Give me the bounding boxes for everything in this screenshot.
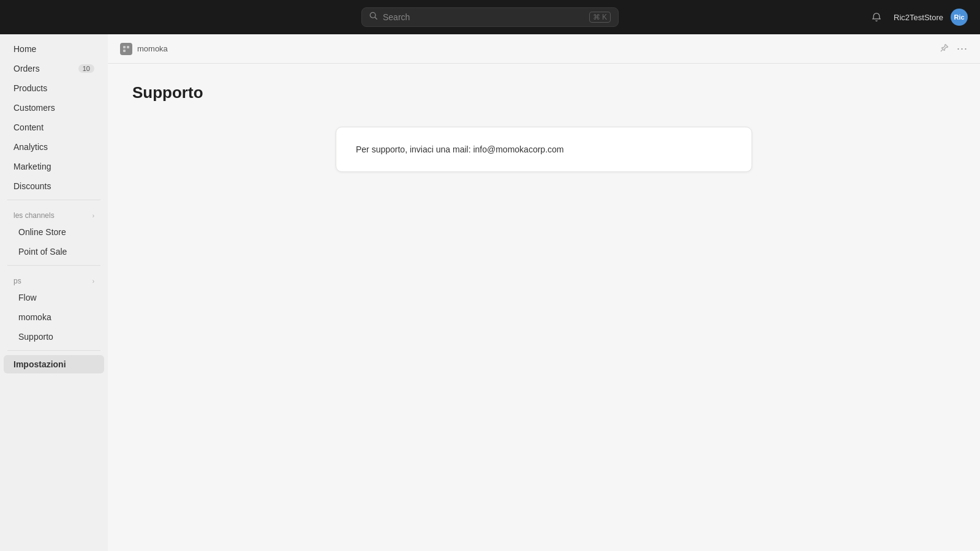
avatar-initials: Ric (954, 13, 964, 21)
sidebar: Home Orders 10 Products Customers Conten… (0, 34, 108, 551)
sidebar-item-label: Discounts (13, 181, 51, 191)
apps-header[interactable]: ps › (4, 272, 104, 288)
support-card: Per supporto, inviaci una mail: info@mom… (336, 127, 752, 172)
sidebar-item-online-store[interactable]: Online Store (4, 223, 104, 241)
sidebar-item-label: Flow (18, 293, 37, 302)
sidebar-item-orders[interactable]: Orders 10 (4, 59, 104, 78)
sidebar-item-content[interactable]: Content (4, 118, 104, 137)
search-input[interactable] (383, 12, 584, 22)
sidebar-item-label: Impostazioni (13, 359, 66, 369)
sidebar-divider-1 (7, 200, 100, 200)
support-card-text: Per supporto, inviaci una mail: info@mom… (356, 144, 732, 154)
sidebar-item-label: momoka (18, 312, 51, 322)
chevron-right-icon: › (92, 278, 94, 285)
orders-badge: 10 (78, 64, 94, 73)
sidebar-item-settings[interactable]: Impostazioni (4, 355, 104, 373)
sidebar-item-label: Customers (13, 103, 55, 113)
header-actions: ··· (940, 42, 968, 55)
search-bar[interactable]: ⌘ K (361, 7, 619, 27)
sidebar-item-momoka[interactable]: momoka (4, 308, 104, 326)
sidebar-item-point-of-sale[interactable]: Point of Sale (4, 242, 104, 261)
sidebar-item-products[interactable]: Products (4, 79, 104, 97)
sidebar-item-analytics[interactable]: Analytics (4, 138, 104, 156)
app-breadcrumb-name: momoka (137, 44, 168, 53)
app-icon (120, 43, 132, 55)
more-options-icon[interactable]: ··· (957, 42, 968, 55)
svg-line-1 (375, 17, 377, 19)
pin-icon[interactable] (940, 43, 949, 55)
sidebar-divider-2 (7, 265, 100, 266)
apps-label: ps (13, 277, 21, 285)
svg-line-5 (941, 50, 943, 51)
sidebar-divider-3 (7, 350, 100, 351)
sidebar-item-marketing[interactable]: Marketing (4, 157, 104, 176)
sidebar-item-discounts[interactable]: Discounts (4, 177, 104, 195)
sidebar-item-label: Products (13, 83, 47, 93)
sidebar-item-label: Home (13, 44, 36, 54)
sidebar-item-home[interactable]: Home (4, 40, 104, 58)
svg-rect-3 (127, 46, 129, 48)
sidebar-item-flow[interactable]: Flow (4, 288, 104, 307)
content-header: momoka ··· (108, 34, 980, 64)
sidebar-item-label: Supporto (18, 332, 53, 342)
sidebar-item-label: Online Store (18, 227, 66, 237)
topbar: ⌘ K Ric2TestStore Ric (0, 0, 980, 34)
sidebar-item-label: Marketing (13, 162, 51, 171)
page-title: Supporto (132, 83, 956, 102)
sales-channels-label: les channels (13, 211, 55, 220)
sidebar-item-label: Analytics (13, 142, 48, 152)
sidebar-item-supporto[interactable]: Supporto (4, 328, 104, 346)
sidebar-item-label: Point of Sale (18, 247, 67, 257)
search-icon (369, 12, 378, 23)
page-content: Supporto Per supporto, inviaci una mail:… (108, 64, 980, 551)
svg-rect-4 (123, 50, 126, 52)
store-name[interactable]: Ric2TestStore (894, 13, 943, 22)
content-area: momoka ··· Supporto Per supporto, inviac… (108, 34, 980, 551)
notification-bell-icon[interactable] (867, 7, 886, 27)
svg-rect-2 (123, 46, 126, 48)
sidebar-item-label: Orders (13, 64, 40, 73)
search-shortcut: ⌘ K (589, 12, 611, 23)
sidebar-item-customers[interactable]: Customers (4, 99, 104, 117)
breadcrumb: momoka (120, 43, 168, 55)
main-layout: Home Orders 10 Products Customers Conten… (0, 34, 980, 551)
sales-channels-header[interactable]: les channels › (4, 206, 104, 222)
chevron-right-icon: › (92, 212, 94, 219)
user-avatar[interactable]: Ric (951, 9, 968, 26)
sidebar-item-label: Content (13, 122, 43, 132)
topbar-right: Ric2TestStore Ric (867, 7, 968, 27)
